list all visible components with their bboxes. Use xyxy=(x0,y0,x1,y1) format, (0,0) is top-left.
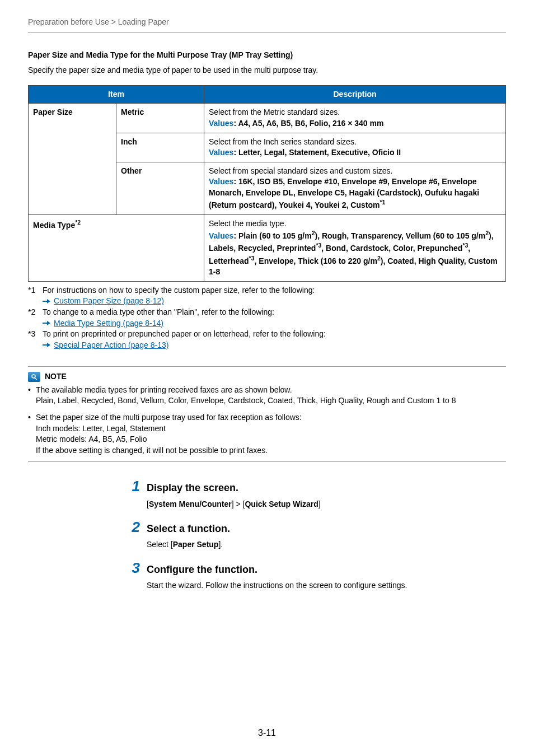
bullet-icon: • xyxy=(28,385,36,407)
note-b2-line4: If the above setting is changed, it will… xyxy=(36,445,506,456)
fn1-link-row: Custom Paper Size (page 8-12) xyxy=(43,296,506,307)
media-type-values-text: : Plain (60 to 105 g/m2), Rough, Transpa… xyxy=(209,231,498,276)
note-b2-line1: Set the paper size of the multi purpose … xyxy=(36,412,506,423)
cell-paper-size: Paper Size xyxy=(29,104,116,214)
step-3-title: Configure the function. xyxy=(147,563,257,577)
inch-values-text: : Letter, Legal, Statement, Executive, O… xyxy=(233,148,401,157)
arrow-right-icon xyxy=(43,298,50,305)
cell-inch-desc: Select from the Inch series standard siz… xyxy=(204,133,506,162)
breadcrumb: Preparation before Use > Loading Paper xyxy=(28,17,506,33)
values-label: Values xyxy=(209,119,233,128)
cell-other: Other xyxy=(116,162,204,214)
step-2-body: Select [Paper Setup]. xyxy=(147,539,506,550)
cell-metric-desc: Select from the Metric standard sizes. V… xyxy=(204,104,506,133)
cell-media-type-desc: Select the media type. Values: Plain (60… xyxy=(204,214,506,281)
note-bullet-2-body: Set the paper size of the multi purpose … xyxy=(36,412,506,456)
note-b1-line1: The available media types for printing r… xyxy=(36,385,506,396)
fn3-label: *3 xyxy=(28,329,43,340)
section-intro: Specify the paper size and media type of… xyxy=(28,65,506,76)
section-heading: Paper Size and Media Type for the Multi … xyxy=(28,50,506,61)
fn2-link-row: Media Type Setting (page 8-14) xyxy=(43,318,506,329)
footnote-2: *2 To change to a media type other than … xyxy=(28,307,506,318)
step-2: 2 Select a function. Select [Paper Setup… xyxy=(118,520,506,550)
note-b2-line2: Inch models: Letter, Legal, Statement xyxy=(36,423,506,435)
values-label: Values xyxy=(209,177,233,186)
link-custom-paper-size[interactable]: Custom Paper Size (page 8-12) xyxy=(54,296,164,307)
link-special-paper-action[interactable]: Special Paper Action (page 8-13) xyxy=(54,340,168,351)
note-bullet-2: • Set the paper size of the multi purpos… xyxy=(28,412,506,456)
fn1-text: For instructions on how to specify the c… xyxy=(43,285,506,296)
note-icon xyxy=(28,372,40,382)
th-item: Item xyxy=(29,85,204,104)
row-paper-size-metric: Paper Size Metric Select from the Metric… xyxy=(29,104,506,133)
values-label: Values xyxy=(209,231,233,240)
link-media-type-setting[interactable]: Media Type Setting (page 8-14) xyxy=(54,318,163,329)
other-values: Values: 16K, ISO B5, Envelope #10, Envel… xyxy=(209,176,501,211)
note-header: NOTE xyxy=(28,371,506,382)
fn3-link-row: Special Paper Action (page 8-13) xyxy=(43,340,506,351)
fn1-label: *1 xyxy=(28,285,43,296)
fn3-text: To print on preprinted or prepunched pap… xyxy=(43,329,506,340)
metric-desc-text: Select from the Metric standard sizes. xyxy=(209,107,501,118)
footnotes: *1 For instructions on how to specify th… xyxy=(28,285,506,351)
other-values-text: : 16K, ISO B5, Envelope #10, Envelope #9… xyxy=(209,177,479,209)
step-1-number: 1 xyxy=(118,479,147,493)
step-1-title: Display the screen. xyxy=(147,481,238,495)
inch-desc-text: Select from the Inch series standard siz… xyxy=(209,137,501,148)
values-label: Values xyxy=(209,148,233,157)
fn2-text: To change to a media type other than "Pl… xyxy=(43,307,506,318)
svg-line-1 xyxy=(35,378,37,380)
arrow-right-icon xyxy=(43,342,50,348)
row-media-type: Media Type*2 Select the media type. Valu… xyxy=(29,214,506,281)
metric-values-text: : A4, A5, A6, B5, B6, Folio, 216 × 340 m… xyxy=(233,119,383,128)
note-label: NOTE xyxy=(45,371,67,382)
media-type-desc-text: Select the media type. xyxy=(209,218,501,230)
metric-values: Values: A4, A5, A6, B5, B6, Folio, 216 ×… xyxy=(209,118,501,129)
cell-other-desc: Select from special standard sizes and c… xyxy=(204,162,506,214)
step-3-body: Start the wizard. Follow the instruction… xyxy=(147,580,506,591)
note-box: NOTE • The available media types for pri… xyxy=(28,366,506,462)
settings-table: Item Description Paper Size Metric Selec… xyxy=(28,85,506,282)
note-bullet-1: • The available media types for printing… xyxy=(28,385,506,407)
step-1: 1 Display the screen. [System Menu/Count… xyxy=(118,479,506,510)
step-3-number: 3 xyxy=(118,561,147,575)
inch-values: Values: Letter, Legal, Statement, Execut… xyxy=(209,147,501,158)
other-desc-text: Select from special standard sizes and c… xyxy=(209,166,501,177)
step-2-title: Select a function. xyxy=(147,522,230,536)
fn2-label: *2 xyxy=(28,307,43,318)
media-type-values: Values: Plain (60 to 105 g/m2), Rough, T… xyxy=(209,229,501,277)
cell-inch: Inch xyxy=(116,133,204,162)
th-description: Description xyxy=(204,85,506,104)
svg-point-0 xyxy=(32,375,35,378)
footnote-3: *3 To print on preprinted or prepunched … xyxy=(28,329,506,340)
arrow-right-icon xyxy=(43,320,50,326)
steps-list: 1 Display the screen. [System Menu/Count… xyxy=(118,479,506,591)
cell-metric: Metric xyxy=(116,104,204,133)
note-bullet-1-body: The available media types for printing r… xyxy=(36,385,506,407)
cell-media-type: Media Type*2 xyxy=(29,214,204,281)
step-2-number: 2 xyxy=(118,520,147,534)
page-number: 3-11 xyxy=(0,727,534,739)
step-1-body: [System Menu/Counter] > [Quick Setup Wiz… xyxy=(147,499,506,510)
note-b1-line2: Plain, Label, Recycled, Bond, Vellum, Co… xyxy=(36,395,506,407)
footnote-1: *1 For instructions on how to specify th… xyxy=(28,285,506,296)
step-3: 3 Configure the function. Start the wiza… xyxy=(118,561,506,591)
bullet-icon: • xyxy=(28,412,36,456)
note-b2-line3: Metric models: A4, B5, A5, Folio xyxy=(36,434,506,445)
